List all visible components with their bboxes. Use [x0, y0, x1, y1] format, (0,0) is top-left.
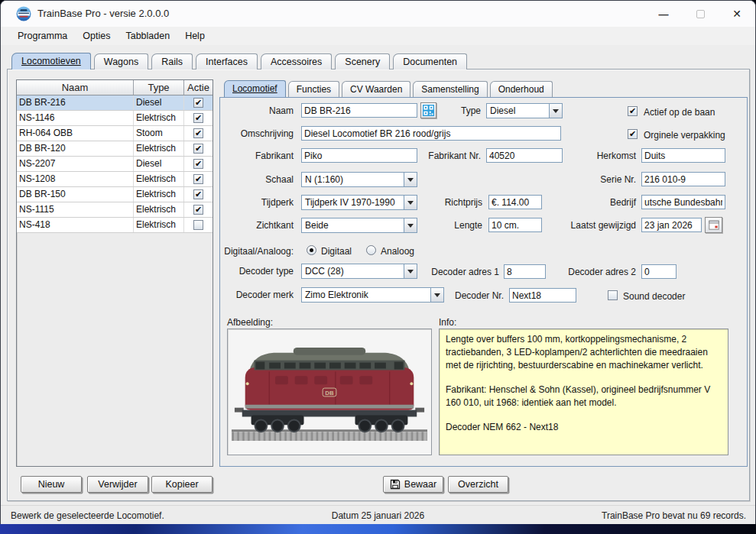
schaal-value: N (1:160) — [302, 173, 404, 186]
tab-interfaces[interactable]: Interfaces — [196, 53, 258, 70]
nieuw-button[interactable]: Nieuw — [21, 476, 82, 493]
omschrijving-input[interactable] — [301, 126, 561, 141]
menu-tabbladen[interactable]: Tabbladen — [118, 27, 177, 45]
chevron-down-icon[interactable] — [404, 218, 417, 232]
actie-checkbox[interactable] — [193, 220, 203, 230]
minimize-button[interactable]: — — [653, 3, 674, 24]
info-paragraph: Lengte over buffers 100 mm, kortkoppelin… — [446, 333, 722, 372]
table-row[interactable]: NS-1146 Elektrisch — [17, 111, 213, 126]
fabrikant-input[interactable] — [301, 148, 417, 163]
row-naam: NS-2207 — [17, 157, 134, 171]
bedrijf-input[interactable] — [641, 195, 725, 209]
statusbar: Bewerk de geselecteerde Locomotief. Datu… — [1, 505, 755, 524]
app-train-icon — [16, 6, 31, 21]
schaal-label: Schaal — [222, 174, 294, 185]
actie-checkbox[interactable] — [193, 144, 203, 154]
richtprijs-input[interactable] — [488, 195, 542, 209]
table-row[interactable]: DB BR-150 Elektrisch — [17, 187, 213, 202]
tab-locomotieven[interactable]: Locomotieven — [11, 53, 91, 70]
calendar-icon — [709, 220, 719, 230]
laatst-gewijzigd-input[interactable] — [641, 218, 702, 232]
naam-label: Naam — [222, 105, 294, 116]
table-row[interactable]: NS-1208 Elektrisch — [17, 172, 213, 187]
orginele-checkbox[interactable] — [628, 129, 638, 139]
zichtkant-select[interactable]: Beide — [301, 218, 417, 233]
menubar: Programma Opties Tabbladen Help — [1, 27, 755, 45]
tijdperk-select[interactable]: Tijdperk IV 1970-1990 — [301, 195, 417, 210]
analoog-radio-label: Analoog — [381, 246, 414, 257]
overzicht-button[interactable]: Overzicht — [448, 476, 508, 493]
schaal-select[interactable]: N (1:160) — [301, 172, 417, 187]
actie-checkbox[interactable] — [193, 128, 203, 138]
chevron-down-icon[interactable] — [549, 104, 562, 118]
table-row[interactable]: DB BR-216 Diesel — [17, 95, 213, 111]
maximize-button[interactable] — [689, 3, 711, 24]
lengte-label: Lengte — [436, 220, 482, 231]
chevron-down-icon[interactable] — [404, 173, 417, 186]
type-select[interactable]: Diesel — [486, 103, 563, 118]
table-row[interactable]: NS-1115 Elektrisch — [17, 202, 213, 218]
actie-checkbox[interactable] — [193, 113, 203, 123]
tab-scenery[interactable]: Scenery — [335, 53, 390, 70]
digitaal-radio[interactable] — [307, 245, 316, 255]
decoder-merk-value: Zimo Elektronik — [302, 288, 430, 302]
herkomst-input[interactable] — [641, 148, 725, 163]
row-naam: NS-1146 — [17, 111, 134, 125]
calendar-button[interactable] — [705, 217, 722, 233]
bewaar-button[interactable]: Bewaar — [383, 476, 443, 493]
tab-functies[interactable]: Functies — [288, 81, 339, 97]
kopieer-button[interactable]: Kopieer — [151, 476, 213, 493]
close-button[interactable]: ✕ — [726, 3, 748, 24]
row-naam: DB BR-120 — [17, 141, 134, 156]
header-type[interactable]: Type — [134, 80, 184, 95]
tab-accessoires[interactable]: Accessoires — [261, 53, 332, 70]
tab-locomotief[interactable]: Locomotief — [224, 80, 286, 97]
actie-checkbox[interactable] — [193, 98, 203, 108]
actief-checkbox[interactable] — [628, 106, 638, 116]
analoog-radio[interactable] — [366, 245, 376, 255]
tab-onderhoud[interactable]: Onderhoud — [490, 81, 553, 97]
lengte-input[interactable] — [488, 218, 542, 232]
menu-opties[interactable]: Opties — [75, 27, 118, 45]
tab-wagons[interactable]: Wagons — [94, 53, 148, 70]
decoder-nr-input[interactable] — [509, 288, 576, 303]
decoder-merk-select[interactable]: Zimo Elektronik — [301, 287, 444, 303]
table-body: DB BR-216 Diesel NS-1146 Elektrisch RH-0… — [17, 95, 213, 233]
save-icon — [390, 479, 401, 490]
header-actie[interactable]: Actie — [184, 80, 213, 95]
table-row[interactable]: NS-2207 Diesel — [17, 157, 213, 172]
row-type: Elektrisch — [134, 202, 184, 217]
actie-checkbox[interactable] — [193, 174, 203, 184]
table-row[interactable]: NS-418 Elektrisch — [17, 218, 213, 233]
decoder-adres2-input[interactable] — [641, 264, 677, 279]
decoder-adres1-input[interactable] — [504, 264, 546, 279]
tijdperk-label: Tijdperk — [222, 197, 294, 208]
table-row[interactable]: RH-064 OBB Stoom — [17, 126, 213, 141]
actie-checkbox[interactable] — [193, 159, 203, 169]
row-naam: DB BR-216 — [17, 95, 134, 110]
tab-samenstelling[interactable]: Samenstelling — [413, 81, 487, 97]
row-actie-cell — [184, 157, 213, 171]
titlebar: TrainBase Pro - versie 2.0.0.0 — ✕ — [1, 1, 755, 27]
tab-rails[interactable]: Rails — [151, 53, 193, 70]
naam-input[interactable] — [301, 103, 417, 118]
menu-help[interactable]: Help — [177, 27, 213, 45]
header-naam[interactable]: Naam — [17, 80, 134, 95]
verwijder-button[interactable]: Verwijder — [87, 476, 148, 493]
chevron-down-icon[interactable] — [404, 264, 417, 278]
tab-documenten[interactable]: Documenten — [393, 53, 467, 70]
actie-checkbox[interactable] — [193, 205, 203, 215]
table-row[interactable]: DB BR-120 Elektrisch — [17, 141, 213, 157]
decoder-type-select[interactable]: DCC (28) — [301, 264, 417, 279]
sound-decoder-checkbox[interactable] — [608, 290, 618, 300]
menu-programma[interactable]: Programma — [10, 27, 75, 45]
actie-checkbox[interactable] — [193, 189, 203, 199]
row-type: Elektrisch — [134, 141, 184, 156]
info-textarea[interactable]: Lengte over buffers 100 mm, kortkoppelin… — [439, 328, 728, 455]
digitaal-radio-label: Digitaal — [321, 246, 352, 257]
zichtkant-label: Zichtkant — [222, 220, 294, 231]
serie-nr-input[interactable] — [641, 172, 725, 186]
tab-cv-waarden[interactable]: CV Waarden — [342, 81, 410, 97]
type-value: Diesel — [487, 104, 549, 118]
chevron-down-icon[interactable] — [404, 196, 417, 209]
